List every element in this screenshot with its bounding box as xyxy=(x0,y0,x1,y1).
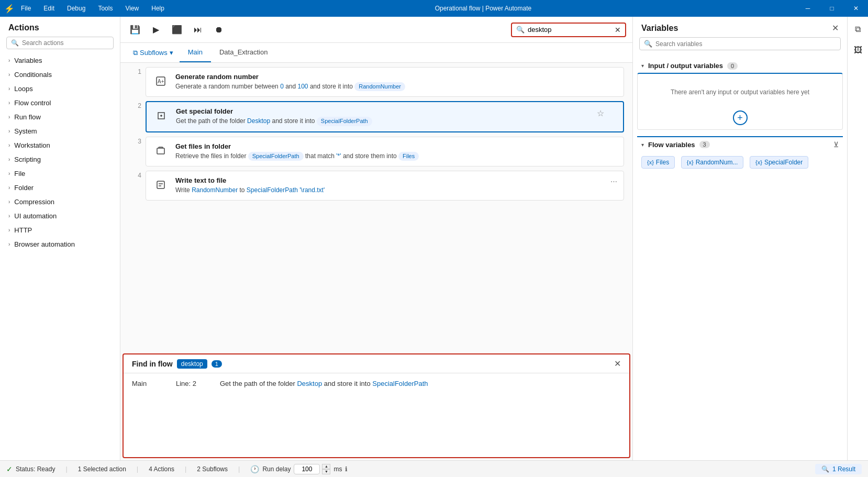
app-icon: ⚡ xyxy=(4,4,15,14)
step-content-4: Write text to file Write RandomNumber to… xyxy=(175,176,617,195)
result-link-desktop: Desktop xyxy=(297,380,322,387)
flow-step-2[interactable]: ☆ Get special folder Get the path of the… xyxy=(146,101,624,132)
filter-icon[interactable]: ⊻ xyxy=(833,140,839,149)
sidebar-item-folder[interactable]: › Folder xyxy=(0,181,120,195)
sidebar-item-scripting[interactable]: › Scripting xyxy=(0,152,120,167)
search-variables-input[interactable] xyxy=(655,40,836,48)
search-icon: 🔍 xyxy=(644,40,652,48)
sidebar-item-label: HTTP xyxy=(14,226,32,234)
find-result-row[interactable]: Main Line: 2 Get the path of the folder … xyxy=(132,380,621,387)
clock-icon: 🕐 xyxy=(250,465,259,473)
run-button[interactable]: ▶ xyxy=(148,21,164,38)
sidebar-item-loops[interactable]: › Loops xyxy=(0,82,120,96)
flow-step-4[interactable]: Write text to file Write RandomNumber to… xyxy=(146,171,624,201)
step-desc-2: Get the path of the folder Desktop and s… xyxy=(176,117,617,126)
subflows-button[interactable]: ⧉ Subflows ▾ xyxy=(127,45,180,61)
flow-search-input[interactable] xyxy=(528,26,611,34)
sidebar-item-label: Folder xyxy=(14,184,34,192)
search-icon: 🔍 xyxy=(821,465,829,473)
close-button[interactable]: ✕ xyxy=(844,0,868,17)
record-button[interactable]: ⏺ xyxy=(210,21,227,38)
flow-variables-title: Flow variables xyxy=(648,141,695,149)
sidebar-item-workstation[interactable]: › Workstation xyxy=(0,138,120,152)
menu-debug[interactable]: Debug xyxy=(61,0,92,17)
chevron-icon: › xyxy=(8,171,10,176)
var-random-number[interactable]: {x} RandomNum... xyxy=(681,156,744,169)
search-actions-input[interactable] xyxy=(22,39,109,47)
maximize-button[interactable]: □ xyxy=(820,0,844,17)
subflows-label: 2 Subflows xyxy=(197,465,228,473)
step-title-4: Write text to file xyxy=(175,176,617,184)
run-delay-input[interactable] xyxy=(294,464,320,474)
sidebar-item-file[interactable]: › File xyxy=(0,167,120,181)
flow-step-1[interactable]: A+ Generate random number Generate a ran… xyxy=(146,67,624,97)
sidebar-item-browser-automation[interactable]: › Browser automation xyxy=(0,237,120,251)
actions-search-box[interactable]: 🔍 xyxy=(6,37,114,49)
spinner-down[interactable]: ▼ xyxy=(322,469,330,474)
run-delay-unit: ms xyxy=(333,465,342,473)
var-files[interactable]: {x} Files xyxy=(641,156,675,169)
menu-edit[interactable]: Edit xyxy=(37,0,61,17)
variables-content: ▾ Input / output variables 0 There aren'… xyxy=(633,54,847,460)
sidebar-item-http[interactable]: › HTTP xyxy=(0,223,120,237)
menu-view[interactable]: View xyxy=(119,0,145,17)
variable-icon: {x} xyxy=(755,159,762,165)
tab-data-extraction[interactable]: Data_Extraction xyxy=(211,43,276,62)
sidebar-item-label: Run flow xyxy=(14,113,41,121)
more-options-icon[interactable]: ⋯ xyxy=(610,178,617,185)
sidebar-item-variables[interactable]: › Variables xyxy=(0,53,120,68)
image-icon-button[interactable]: 🖼 xyxy=(850,42,866,59)
step-title-3: Get files in folder xyxy=(175,142,617,150)
flow-variables-section: ▾ Flow variables 3 ⊻ {x} Files {x} Rando… xyxy=(637,136,843,173)
chevron-icon: › xyxy=(8,142,10,148)
var-special-folder[interactable]: {x} SpecialFolder xyxy=(750,156,808,169)
variables-title: Variables xyxy=(641,24,678,33)
sidebar-item-ui-automation[interactable]: › UI automation xyxy=(0,209,120,223)
search-close-icon[interactable]: ✕ xyxy=(615,26,621,34)
sidebar-item-label: File xyxy=(14,170,25,178)
sidebar-item-compression[interactable]: › Compression xyxy=(0,195,120,209)
sidebar-item-conditionals[interactable]: › Conditionals xyxy=(0,68,120,82)
var-special-folder-path: SpecialFolderPath xyxy=(317,117,372,126)
sidebar-item-system[interactable]: › System xyxy=(0,124,120,138)
input-output-title: Input / output variables xyxy=(648,62,723,70)
app-body: Actions 🔍 › Variables › Conditionals › L… xyxy=(0,17,868,477)
actions-list: › Variables › Conditionals › Loops › Flo… xyxy=(0,53,120,460)
subflows-text: 2 Subflows xyxy=(197,465,228,473)
flow-variables-header[interactable]: ▾ Flow variables 3 ⊻ xyxy=(637,137,843,152)
step-desc-4: Write RandomNumber to SpecialFolderPath … xyxy=(175,186,617,195)
layers-icon-button[interactable]: ⧉ xyxy=(850,21,866,38)
variables-close-icon[interactable]: ✕ xyxy=(832,23,839,33)
sidebar-item-run-flow[interactable]: › Run flow xyxy=(0,110,120,124)
chevron-icon: › xyxy=(8,157,10,162)
step-button[interactable]: ⏭ xyxy=(190,21,206,38)
search-icon: 🔍 xyxy=(11,39,19,47)
sidebar-item-label: Compression xyxy=(14,198,54,206)
step-icon-1: A+ xyxy=(152,73,169,90)
variables-search-box[interactable]: 🔍 xyxy=(639,37,841,50)
spinner-up[interactable]: ▲ xyxy=(322,464,330,469)
input-output-header[interactable]: ▾ Input / output variables 0 xyxy=(637,59,843,73)
flow-step-3[interactable]: Get files in folder Retrieve the files i… xyxy=(146,137,624,167)
sidebar-item-label: Conditionals xyxy=(14,71,52,79)
minimize-button[interactable]: ─ xyxy=(796,0,820,17)
tab-main[interactable]: Main xyxy=(180,43,211,62)
sidebar-item-flow-control[interactable]: › Flow control xyxy=(0,96,120,110)
find-panel-close-icon[interactable]: ✕ xyxy=(614,359,621,369)
chevron-icon: › xyxy=(8,128,10,134)
menu-file[interactable]: File xyxy=(15,0,37,17)
search-icon: 🔍 xyxy=(516,26,525,34)
var-special-folder-path-4: SpecialFolderPath xyxy=(247,186,298,194)
total-actions-label: 4 Actions xyxy=(149,465,174,473)
variable-icon: {x} xyxy=(687,159,694,165)
var-special-folder-label: SpecialFolder xyxy=(764,159,803,166)
menu-help[interactable]: Help xyxy=(145,0,171,17)
step-title-2: Get special folder xyxy=(176,107,617,115)
find-panel-query: desktop xyxy=(177,359,207,369)
step-icon-4 xyxy=(152,176,169,193)
add-variable-button[interactable]: + xyxy=(642,110,838,125)
stop-button[interactable]: ⬛ xyxy=(169,21,185,38)
result-button[interactable]: 🔍 1 Result xyxy=(815,464,862,474)
save-button[interactable]: 💾 xyxy=(127,21,143,38)
menu-tools[interactable]: Tools xyxy=(92,0,119,17)
